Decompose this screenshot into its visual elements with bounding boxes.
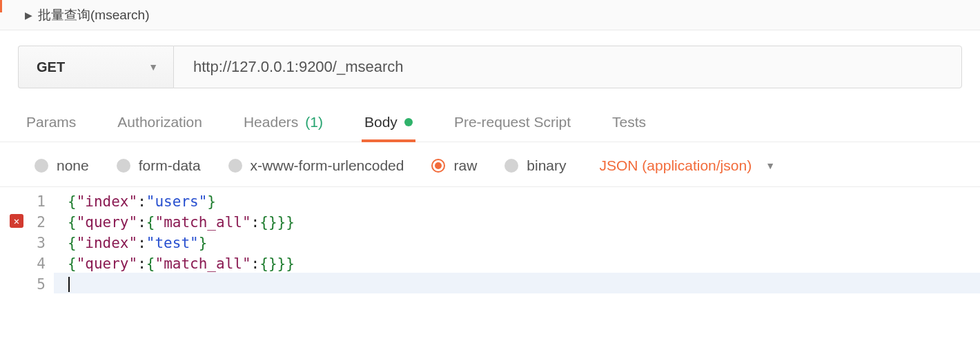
tab-label: Params xyxy=(26,114,76,130)
url-input[interactable] xyxy=(173,46,962,88)
section-title: 批量查询(msearch) xyxy=(38,6,150,24)
tab-label: Headers xyxy=(244,114,298,130)
tab-authorization[interactable]: Authorization xyxy=(116,114,204,142)
radio-icon xyxy=(431,159,445,173)
tab-label: Authorization xyxy=(117,114,202,130)
http-method-value: GET xyxy=(37,59,65,75)
chevron-down-icon: ▼ xyxy=(765,160,775,171)
radio-label: x-www-form-urlencoded xyxy=(251,157,404,174)
line-number: 4 xyxy=(0,252,54,273)
radio-label: raw xyxy=(453,157,477,174)
radio-icon xyxy=(35,159,48,173)
code-line[interactable]: {"query":{"match_all":{}}} xyxy=(54,211,980,231)
tab-params[interactable]: Params xyxy=(25,114,77,142)
tab-tests[interactable]: Tests xyxy=(611,114,647,142)
radio-icon xyxy=(117,159,130,173)
tab-label: Tests xyxy=(612,114,646,130)
body-type-raw[interactable]: raw xyxy=(431,157,477,174)
request-tabs: Params Authorization Headers (1) Body Pr… xyxy=(0,104,980,142)
radio-icon xyxy=(504,159,518,173)
radio-label: binary xyxy=(527,157,566,174)
radio-label: none xyxy=(57,157,89,174)
body-type-urlencoded[interactable]: x-www-form-urlencoded xyxy=(228,157,404,174)
line-number: 1 xyxy=(0,190,54,211)
section-header[interactable]: ▶ 批量查询(msearch) xyxy=(0,0,980,30)
body-type-row: none form-data x-www-form-urlencoded raw… xyxy=(0,142,980,186)
http-method-select[interactable]: GET ▼ xyxy=(18,46,173,88)
headers-count-badge: (1) xyxy=(305,114,323,130)
body-type-none[interactable]: none xyxy=(35,157,89,174)
error-icon[interactable]: ✕ xyxy=(10,214,23,228)
radio-icon xyxy=(228,159,242,173)
editor-gutter: 12✕345 xyxy=(0,187,54,293)
code-line[interactable] xyxy=(54,273,980,293)
accent-strip xyxy=(0,0,2,12)
tab-label: Body xyxy=(364,114,398,130)
line-number: 2✕ xyxy=(0,211,54,231)
code-line[interactable]: {"query":{"match_all":{}}} xyxy=(54,252,980,273)
code-line[interactable]: {"index":"test"} xyxy=(54,231,980,252)
collapse-triangle-icon[interactable]: ▶ xyxy=(25,10,32,21)
line-number: 5 xyxy=(0,273,54,293)
tab-headers[interactable]: Headers (1) xyxy=(242,114,324,142)
app-root: ▶ 批量查询(msearch) GET ▼ Params Authorizati… xyxy=(0,0,980,359)
editor-code[interactable]: {"index":"users"}{"query":{"match_all":{… xyxy=(54,187,980,293)
tab-body[interactable]: Body xyxy=(363,114,414,142)
tab-label: Pre-request Script xyxy=(454,114,571,130)
content-type-label: JSON (application/json) xyxy=(600,157,752,174)
chevron-down-icon: ▼ xyxy=(148,61,158,72)
body-type-binary[interactable]: binary xyxy=(504,157,566,174)
tab-prerequest[interactable]: Pre-request Script xyxy=(453,114,572,142)
body-editor[interactable]: 12✕345 {"index":"users"}{"query":{"match… xyxy=(0,186,980,293)
content-type-select[interactable]: JSON (application/json) ▼ xyxy=(600,157,775,174)
radio-label: form-data xyxy=(139,157,201,174)
body-type-formdata[interactable]: form-data xyxy=(117,157,201,174)
request-row: GET ▼ xyxy=(0,30,980,104)
code-line[interactable]: {"index":"users"} xyxy=(54,190,980,211)
text-caret xyxy=(68,277,70,292)
line-number: 3 xyxy=(0,231,54,252)
body-indicator-dot-icon xyxy=(404,118,413,126)
